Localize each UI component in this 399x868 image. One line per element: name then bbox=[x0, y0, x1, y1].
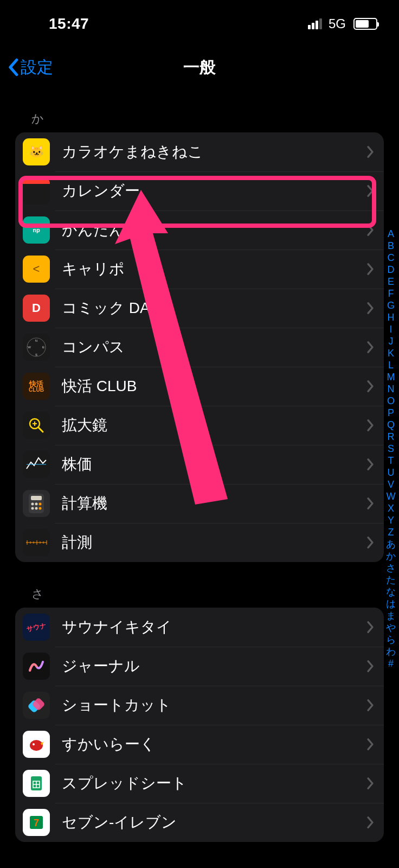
app-label: セブン-イレブン bbox=[62, 812, 366, 833]
svg-text:W: W bbox=[28, 346, 31, 349]
index-letter[interactable]: S bbox=[388, 443, 394, 455]
section-group-sa: サウナ サウナイキタイ ジャーナル ショートカット bbox=[15, 608, 384, 842]
index-letter[interactable]: M bbox=[387, 371, 395, 383]
index-letter[interactable]: I bbox=[389, 323, 392, 335]
app-label: ジャーナル bbox=[62, 656, 366, 676]
back-button[interactable]: 設定 bbox=[7, 48, 53, 87]
navigation-bar: 設定 一般 bbox=[0, 48, 399, 87]
app-icon-journal bbox=[23, 653, 50, 680]
index-letter[interactable]: な bbox=[386, 586, 396, 598]
app-label: カラオケまねきねこ bbox=[62, 142, 366, 162]
index-letter[interactable]: Z bbox=[388, 526, 394, 538]
index-letter[interactable]: U bbox=[388, 467, 395, 478]
index-letter[interactable]: E bbox=[388, 276, 394, 288]
index-letter[interactable]: Q bbox=[387, 419, 395, 431]
app-row-kaikatsu[interactable]: 快活CLUB 快活 CLUB bbox=[15, 367, 384, 406]
section-header-ka: か bbox=[15, 98, 384, 132]
index-letter[interactable]: W bbox=[387, 490, 396, 502]
app-row-stocks[interactable]: 株価 bbox=[15, 445, 384, 484]
svg-text:S: S bbox=[35, 353, 37, 356]
app-icon-shortcuts bbox=[23, 692, 50, 719]
index-letter[interactable]: # bbox=[388, 658, 394, 669]
index-letter[interactable]: ま bbox=[386, 610, 396, 622]
index-letter[interactable]: Y bbox=[388, 514, 394, 526]
index-letter[interactable]: さ bbox=[386, 562, 396, 574]
index-letter[interactable]: A bbox=[388, 228, 394, 240]
index-letter[interactable]: P bbox=[388, 407, 394, 419]
index-letter[interactable]: や bbox=[386, 622, 396, 634]
app-icon-magnifier bbox=[23, 412, 50, 439]
index-letter[interactable]: H bbox=[388, 311, 395, 323]
index-letter[interactable]: O bbox=[387, 395, 395, 407]
app-icon-compass: NESW bbox=[23, 334, 50, 361]
app-label: スプレッドシート bbox=[62, 773, 366, 794]
svg-point-17 bbox=[39, 507, 42, 510]
app-row-journal[interactable]: ジャーナル bbox=[15, 647, 384, 686]
app-icon-calendar bbox=[23, 177, 50, 205]
svg-line-6 bbox=[38, 427, 43, 432]
index-letter[interactable]: R bbox=[388, 431, 395, 443]
app-row-sheets[interactable]: スプレッドシート bbox=[15, 764, 384, 803]
index-letter[interactable]: K bbox=[388, 347, 394, 359]
svg-text:N: N bbox=[35, 339, 37, 342]
app-label: 計算機 bbox=[62, 493, 366, 514]
chevron-right-icon bbox=[366, 660, 374, 673]
section-index-bar[interactable]: ABCDEFGHIJKLMNOPQRSTUVWXYZあかさたなはまやらわ# bbox=[384, 228, 398, 669]
index-letter[interactable]: V bbox=[388, 478, 394, 490]
index-letter[interactable]: T bbox=[388, 455, 394, 467]
svg-point-16 bbox=[35, 507, 38, 510]
app-row-netprint[interactable]: np かんたん rint bbox=[15, 210, 384, 250]
chevron-right-icon bbox=[366, 536, 374, 549]
app-row-skylark[interactable]: すかいらーく bbox=[15, 725, 384, 764]
app-row-calculator[interactable]: 計算機 bbox=[15, 484, 384, 523]
app-icon-sheets bbox=[23, 770, 50, 797]
app-row-seveneleven[interactable]: 7 セブン-イレブン bbox=[15, 803, 384, 842]
status-right: 5G bbox=[308, 16, 377, 31]
app-row-sauna[interactable]: サウナ サウナイキタイ bbox=[15, 608, 384, 647]
app-icon-seveneleven: 7 bbox=[23, 809, 50, 836]
chevron-right-icon bbox=[366, 341, 374, 354]
index-letter[interactable]: か bbox=[386, 550, 396, 562]
content-scroll[interactable]: か 🐱 カラオケまねきねこ カレンダー np かんたん rint < キャリポ bbox=[0, 98, 399, 868]
index-letter[interactable]: X bbox=[388, 502, 394, 514]
index-letter[interactable]: C bbox=[388, 252, 395, 264]
index-letter[interactable]: ら bbox=[386, 634, 396, 646]
app-icon-calculator bbox=[23, 490, 50, 517]
index-letter[interactable]: J bbox=[389, 335, 394, 347]
app-icon-measure bbox=[23, 529, 50, 556]
svg-text:E: E bbox=[42, 346, 44, 349]
index-letter[interactable]: B bbox=[388, 240, 394, 252]
chevron-right-icon bbox=[366, 224, 374, 237]
app-row-shortcuts[interactable]: ショートカット bbox=[15, 686, 384, 725]
chevron-right-icon bbox=[366, 699, 374, 712]
index-letter[interactable]: L bbox=[388, 359, 394, 371]
app-label: キャリポ bbox=[62, 259, 366, 279]
app-label: サウナイキタイ bbox=[62, 617, 366, 637]
svg-rect-11 bbox=[31, 496, 42, 500]
svg-point-28 bbox=[30, 740, 43, 751]
chevron-right-icon bbox=[366, 263, 374, 276]
svg-point-14 bbox=[39, 503, 42, 506]
app-row-compass[interactable]: NESW コンパス bbox=[15, 328, 384, 367]
app-row-measure[interactable]: 計測 bbox=[15, 523, 384, 562]
app-icon-manekineko: 🐱 bbox=[23, 138, 50, 165]
back-label: 設定 bbox=[21, 56, 53, 79]
index-letter[interactable]: わ bbox=[386, 646, 396, 658]
index-letter[interactable]: た bbox=[386, 574, 396, 586]
app-row-manekineko[interactable]: 🐱 カラオケまねきねこ bbox=[15, 132, 384, 171]
app-row-magnifier[interactable]: 拡大鏡 bbox=[15, 406, 384, 445]
index-letter[interactable]: G bbox=[387, 299, 395, 311]
app-label: かんたん rint bbox=[62, 220, 366, 240]
network-label: 5G bbox=[329, 16, 346, 31]
app-row-kyaripo[interactable]: < キャリポ bbox=[15, 250, 384, 289]
svg-point-13 bbox=[35, 503, 38, 506]
app-row-calendar[interactable]: カレンダー bbox=[15, 171, 384, 210]
app-icon-comicdays: D bbox=[23, 295, 50, 322]
index-letter[interactable]: F bbox=[388, 288, 394, 299]
index-letter[interactable]: は bbox=[386, 598, 396, 610]
index-letter[interactable]: N bbox=[388, 383, 395, 395]
index-letter[interactable]: あ bbox=[386, 538, 396, 550]
index-letter[interactable]: D bbox=[388, 264, 395, 276]
app-row-comicdays[interactable]: D コミック DAYS bbox=[15, 289, 384, 328]
app-label: 拡大鏡 bbox=[62, 415, 366, 436]
